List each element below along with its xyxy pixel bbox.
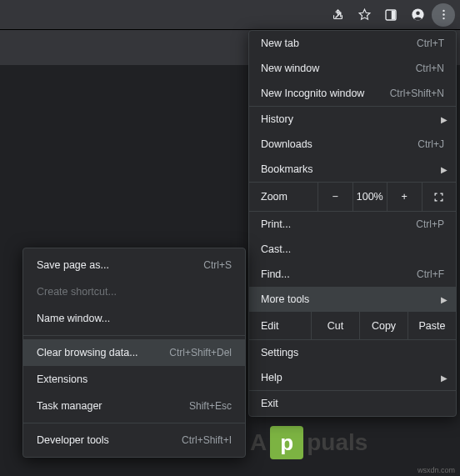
menu-item-downloads[interactable]: Downloads Ctrl+J xyxy=(249,132,456,157)
svg-point-3 xyxy=(416,11,420,15)
menu-dots-icon[interactable] xyxy=(432,3,455,27)
menu-label: Downloads xyxy=(261,138,418,150)
edit-label: Edit xyxy=(249,320,311,332)
logo-suffix: puals xyxy=(307,429,368,456)
submenu-item-save-page[interactable]: Save page as... Ctrl+S xyxy=(23,252,245,278)
menu-accel: Ctrl+Shift+N xyxy=(390,88,444,99)
panel-icon[interactable] xyxy=(378,3,403,28)
submenu-accel: Shift+Esc xyxy=(189,400,232,412)
menu-item-cast[interactable]: Cast... xyxy=(249,237,456,262)
menu-item-find[interactable]: Find... Ctrl+F xyxy=(249,262,456,287)
chevron-right-icon: ▶ xyxy=(441,373,448,383)
cut-button[interactable]: Cut xyxy=(311,312,359,339)
chevron-right-icon: ▶ xyxy=(441,165,448,174)
logo-prefix: A xyxy=(250,429,267,456)
menu-item-history[interactable]: History ▶ xyxy=(249,107,456,132)
fullscreen-icon xyxy=(432,191,445,203)
svg-rect-1 xyxy=(392,10,396,19)
menu-label: Cast... xyxy=(261,243,444,255)
submenu-item-extensions[interactable]: Extensions xyxy=(23,366,245,393)
submenu-divider xyxy=(23,423,245,423)
page-logo: A p puals xyxy=(250,426,368,459)
zoom-value: 100% xyxy=(352,183,388,211)
menu-label: Find... xyxy=(261,268,417,280)
paste-button[interactable]: Paste xyxy=(408,312,456,339)
menu-item-exit[interactable]: Exit xyxy=(249,391,456,416)
menu-accel: Ctrl+T xyxy=(417,38,444,49)
main-menu: New tab Ctrl+T New window Ctrl+N New Inc… xyxy=(248,30,457,417)
submenu-label: Task manager xyxy=(37,400,189,412)
submenu-item-dev-tools[interactable]: Developer tools Ctrl+Shift+I xyxy=(23,427,245,453)
menu-accel: Ctrl+P xyxy=(416,218,444,230)
more-tools-submenu: Save page as... Ctrl+S Create shortcut..… xyxy=(22,248,246,458)
menu-accel: Ctrl+F xyxy=(417,268,444,280)
svg-point-4 xyxy=(442,10,444,12)
chevron-right-icon: ▶ xyxy=(441,115,448,124)
menu-label: New Incognito window xyxy=(261,88,390,99)
star-icon[interactable] xyxy=(352,3,377,28)
submenu-item-name-window[interactable]: Name window... xyxy=(23,305,245,332)
menu-label: Help xyxy=(261,372,444,383)
chevron-right-icon: ▶ xyxy=(441,295,448,304)
zoom-in-button[interactable]: + xyxy=(387,183,422,211)
menu-item-more-tools[interactable]: More tools ▶ xyxy=(249,287,456,312)
submenu-label: Extensions xyxy=(37,373,232,385)
menu-label: Bookmarks xyxy=(261,163,444,175)
menu-item-print[interactable]: Print... Ctrl+P xyxy=(249,212,456,237)
menu-label: More tools xyxy=(261,293,444,305)
submenu-accel: Ctrl+Shift+Del xyxy=(169,347,232,358)
submenu-item-clear-data[interactable]: Clear browsing data... Ctrl+Shift+Del xyxy=(23,339,245,366)
menu-item-new-tab[interactable]: New tab Ctrl+T xyxy=(249,31,456,56)
menu-item-settings[interactable]: Settings xyxy=(249,340,456,365)
submenu-label: Create shortcut... xyxy=(37,286,232,298)
menu-accel: Ctrl+J xyxy=(418,138,444,150)
menu-label: New tab xyxy=(261,38,417,49)
menu-label: New window xyxy=(261,63,416,74)
menu-item-new-window[interactable]: New window Ctrl+N xyxy=(249,56,456,81)
menu-item-edit: Edit Cut Copy Paste xyxy=(249,312,456,340)
menu-label: Print... xyxy=(261,218,416,230)
menu-label: History xyxy=(261,113,444,125)
menu-item-help[interactable]: Help ▶ xyxy=(249,365,456,390)
menu-label: Settings xyxy=(261,347,444,358)
submenu-item-task-manager[interactable]: Task manager Shift+Esc xyxy=(23,393,245,419)
svg-point-6 xyxy=(442,18,444,19)
copy-button[interactable]: Copy xyxy=(359,312,408,339)
submenu-label: Clear browsing data... xyxy=(37,347,169,358)
submenu-item-create-shortcut: Create shortcut... xyxy=(23,278,245,305)
menu-item-bookmarks[interactable]: Bookmarks ▶ xyxy=(249,157,456,182)
menu-item-zoom: Zoom − 100% + xyxy=(249,182,456,212)
share-icon[interactable] xyxy=(325,3,350,28)
submenu-label: Name window... xyxy=(37,313,232,324)
zoom-out-button[interactable]: − xyxy=(318,183,352,211)
submenu-label: Save page as... xyxy=(37,259,203,271)
browser-toolbar xyxy=(0,0,460,30)
logo-badge: p xyxy=(270,426,303,459)
submenu-label: Developer tools xyxy=(37,434,182,446)
svg-point-5 xyxy=(442,13,444,15)
menu-item-incognito[interactable]: New Incognito window Ctrl+Shift+N xyxy=(249,81,456,106)
zoom-label: Zoom xyxy=(249,191,318,203)
menu-accel: Ctrl+N xyxy=(416,63,444,74)
menu-label: Exit xyxy=(261,398,444,409)
submenu-divider xyxy=(23,335,245,336)
submenu-accel: Ctrl+S xyxy=(203,259,232,271)
fullscreen-button[interactable] xyxy=(422,183,457,211)
image-credit: wsxdn.com xyxy=(418,466,455,474)
profile-icon[interactable] xyxy=(405,3,430,28)
submenu-accel: Ctrl+Shift+I xyxy=(182,434,232,446)
